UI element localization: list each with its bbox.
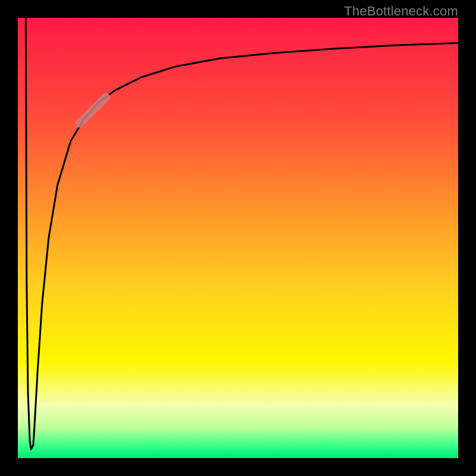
- gradient-background: [18, 18, 458, 458]
- watermark-text: TheBottleneck.com: [344, 4, 458, 19]
- chart-frame: TheBottleneck.com: [0, 0, 476, 476]
- plot-area: [18, 18, 458, 458]
- chart-svg: [18, 18, 458, 458]
